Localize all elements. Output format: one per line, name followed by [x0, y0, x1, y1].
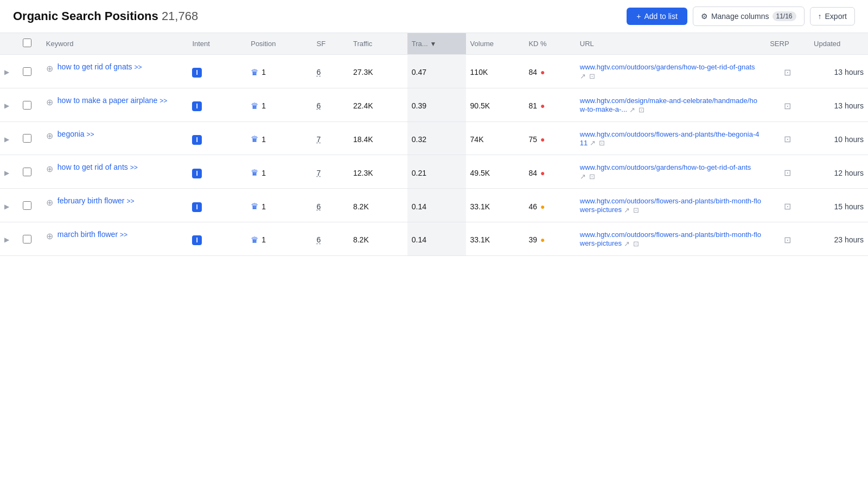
- intent-cell: I: [188, 222, 246, 255]
- row-checkbox-cell[interactable]: [18, 121, 42, 155]
- row-expander[interactable]: ▶: [0, 88, 18, 121]
- row-select-checkbox[interactable]: [23, 67, 31, 76]
- th-tra[interactable]: Tra... ▼: [407, 33, 466, 55]
- add-keyword-icon[interactable]: ⊕: [46, 164, 53, 174]
- snapshot-icon[interactable]: ⊡: [633, 206, 639, 214]
- traffic-value: 22.4K: [353, 101, 373, 110]
- row-checkbox-cell[interactable]: [18, 55, 42, 88]
- snapshot-icon[interactable]: ⊡: [639, 106, 644, 114]
- traffic-value: 8.2K: [353, 202, 369, 211]
- row-checkbox-cell[interactable]: [18, 189, 42, 222]
- th-serp: SERP: [765, 33, 809, 55]
- add-keyword-icon[interactable]: ⊕: [46, 197, 53, 208]
- row-expander[interactable]: ▶: [0, 222, 18, 255]
- updated-cell: 12 hours: [809, 155, 868, 189]
- volume-value: 74K: [470, 135, 484, 144]
- url-cell: www.hgtv.com/outdoors/flowers-and-plants…: [576, 189, 765, 222]
- row-select-checkbox[interactable]: [23, 101, 31, 110]
- table-header-row: Keyword Intent Position SF Traffic Tra..…: [0, 33, 868, 55]
- external-link-icon[interactable]: ↗: [580, 172, 586, 181]
- crown-icon: ♛: [251, 67, 258, 78]
- th-volume: Volume: [466, 33, 525, 55]
- sf-cell: 6: [312, 222, 349, 255]
- row-checkbox-cell[interactable]: [18, 222, 42, 255]
- serp-cell[interactable]: ⊡: [765, 222, 809, 255]
- row-expander[interactable]: ▶: [0, 189, 18, 222]
- table-row: ▶ ⊕ february birth flower >> I ♛ 1 6 8.2…: [0, 189, 868, 222]
- external-link-icon[interactable]: ↗: [624, 240, 630, 248]
- row-select-checkbox[interactable]: [23, 201, 31, 210]
- keyword-link[interactable]: begonia >>: [58, 130, 94, 138]
- serp-icon[interactable]: ⊡: [784, 134, 791, 144]
- keyword-link[interactable]: how to get rid of gnats >>: [58, 62, 142, 71]
- external-link-icon[interactable]: ↗: [629, 106, 635, 114]
- snapshot-icon[interactable]: ⊡: [589, 72, 595, 80]
- table-container: Keyword Intent Position SF Traffic Tra..…: [0, 33, 868, 256]
- row-checkbox-cell[interactable]: [18, 155, 42, 189]
- serp-cell[interactable]: ⊡: [765, 55, 809, 88]
- kd-cell: 75 ●: [524, 121, 575, 155]
- row-expander[interactable]: ▶: [0, 155, 18, 189]
- external-link-icon[interactable]: ↗: [590, 139, 596, 147]
- external-link-icon[interactable]: ↗: [580, 72, 586, 80]
- sf-value: 7: [317, 169, 321, 177]
- row-expander[interactable]: ▶: [0, 55, 18, 88]
- serp-icon[interactable]: ⊡: [784, 101, 791, 111]
- serp-icon[interactable]: ⊡: [784, 235, 791, 245]
- url-link[interactable]: www.hgtv.com/outdoors/flowers-and-plants…: [580, 197, 761, 214]
- keyword-arrows-icon: >>: [130, 164, 138, 171]
- url-link[interactable]: www.hgtv.com/outdoors/flowers-and-plants…: [580, 230, 761, 247]
- table-row: ▶ ⊕ begonia >> I ♛ 1 7 18.4K 0.32: [0, 121, 868, 155]
- serp-icon[interactable]: ⊡: [784, 202, 791, 211]
- add-keyword-icon[interactable]: ⊕: [46, 131, 53, 141]
- url-link[interactable]: www.hgtv.com/outdoors/gardens/how-to-get…: [580, 163, 751, 171]
- keyword-link[interactable]: february birth flower >>: [58, 196, 135, 205]
- export-button[interactable]: ↑ Export: [810, 7, 855, 25]
- add-keyword-icon[interactable]: ⊕: [46, 231, 53, 241]
- intent-badge: I: [192, 235, 201, 245]
- serp-cell[interactable]: ⊡: [765, 121, 809, 155]
- columns-badge: 11/16: [773, 11, 796, 21]
- position-cell: ♛ 1: [246, 222, 312, 255]
- row-expander[interactable]: ▶: [0, 121, 18, 155]
- snapshot-icon[interactable]: ⊡: [633, 240, 639, 248]
- updated-value: 13 hours: [834, 68, 864, 76]
- keyword-link[interactable]: march birth flower >>: [58, 230, 127, 239]
- serp-cell[interactable]: ⊡: [765, 88, 809, 121]
- row-select-checkbox[interactable]: [23, 168, 31, 176]
- position-value: 1: [261, 101, 266, 110]
- external-link-icon[interactable]: ↗: [624, 206, 630, 214]
- serp-cell[interactable]: ⊡: [765, 189, 809, 222]
- keyword-link[interactable]: how to make a paper airplane >>: [58, 96, 167, 105]
- serp-cell[interactable]: ⊡: [765, 155, 809, 189]
- th-traffic: Traffic: [349, 33, 407, 55]
- url-link[interactable]: www.hgtv.com/outdoors/gardens/how-to-get…: [580, 63, 755, 71]
- snapshot-icon[interactable]: ⊡: [589, 172, 595, 181]
- keyword-link[interactable]: how to get rid of ants >>: [58, 163, 138, 171]
- add-to-list-button[interactable]: + Add to list: [627, 8, 687, 25]
- volume-cell: 33.1K: [466, 222, 525, 255]
- snapshot-icon[interactable]: ⊡: [599, 139, 605, 147]
- traffic-cell: 22.4K: [349, 88, 407, 121]
- traffic-cell: 27.3K: [349, 55, 407, 88]
- crown-icon: ♛: [251, 201, 258, 212]
- serp-icon[interactable]: ⊡: [784, 68, 791, 77]
- serp-icon[interactable]: ⊡: [784, 168, 791, 177]
- manage-columns-button[interactable]: ⚙ Manage columns 11/16: [693, 7, 805, 26]
- crown-icon: ♛: [251, 235, 258, 245]
- tra-value: 0.14: [412, 202, 426, 211]
- url-link[interactable]: www.hgtv.com/outdoors/flowers-and-plants…: [580, 130, 760, 147]
- row-checkbox-cell[interactable]: [18, 88, 42, 121]
- row-select-checkbox[interactable]: [23, 235, 31, 244]
- tra-cell: 0.14: [407, 222, 466, 255]
- updated-cell: 13 hours: [809, 88, 868, 121]
- th-checkbox[interactable]: [18, 33, 42, 55]
- url-link[interactable]: www.hgtv.com/design/make-and-celebrate/h…: [580, 97, 757, 113]
- add-keyword-icon[interactable]: ⊕: [46, 63, 53, 74]
- sf-value: 6: [317, 202, 321, 211]
- table-row: ▶ ⊕ how to get rid of gnats >> I ♛ 1 6 2…: [0, 55, 868, 88]
- select-all-checkbox[interactable]: [23, 39, 31, 47]
- position-cell: ♛ 1: [246, 88, 312, 121]
- row-select-checkbox[interactable]: [23, 134, 31, 143]
- add-keyword-icon[interactable]: ⊕: [46, 97, 53, 107]
